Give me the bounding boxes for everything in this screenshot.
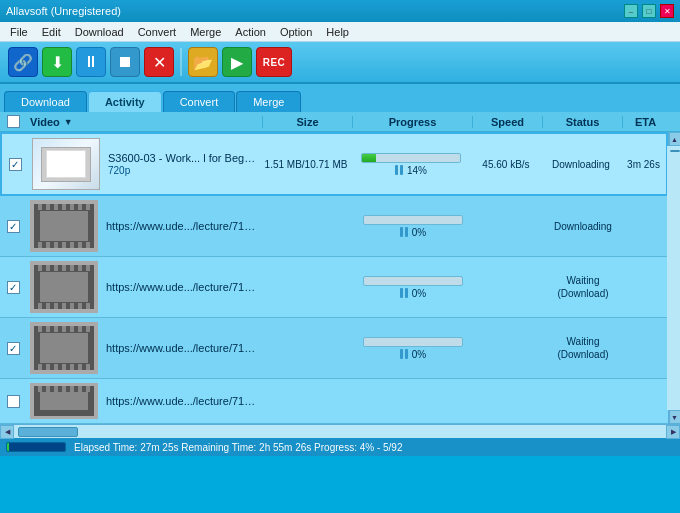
progress-pct-4: 0% — [412, 349, 426, 360]
record-button[interactable]: REC — [256, 47, 292, 77]
menu-file[interactable]: File — [4, 24, 34, 40]
thumbnail-4 — [30, 322, 98, 374]
overall-progress-bar — [6, 442, 66, 452]
download-info-4: https://www.ude.../lecture/712386 — [102, 338, 263, 358]
download-info-3: https://www.ude.../lecture/712384 — [102, 277, 263, 297]
menu-convert[interactable]: Convert — [132, 24, 183, 40]
pause-icon-4 — [400, 349, 408, 359]
status-bar: Elapsed Time: 27m 25s Remaining Time: 2h… — [0, 438, 680, 456]
minimize-button[interactable]: – — [624, 4, 638, 18]
row-checkbox-2[interactable] — [7, 220, 20, 233]
table-row: S3600-03 - Work... l for Beginners 720p … — [0, 132, 668, 196]
film-strip-3 — [34, 265, 94, 309]
stop-button[interactable]: ⏹ — [110, 47, 140, 77]
toolbar: 🔗 ⬇ ⏸ ⏹ ✕ 📂 ▶ REC — [0, 42, 680, 84]
col-eta: ETA — [623, 116, 668, 128]
download-quality-1: 720p — [108, 165, 257, 176]
download-progress-3: 0% — [353, 276, 473, 299]
col-size: Size — [263, 116, 353, 128]
download-title-2: https://www.ude.../lecture/712374 — [106, 220, 259, 232]
menu-merge[interactable]: Merge — [184, 24, 227, 40]
thumbnail-1 — [32, 138, 100, 190]
row-check[interactable] — [0, 281, 26, 294]
download-info-5: https://www.ude.../lecture/712402 — [102, 391, 263, 411]
table-row: https://www.ude.../lecture/712402 — [0, 379, 668, 424]
status-text: Elapsed Time: 27m 25s Remaining Time: 2h… — [74, 442, 674, 453]
h-scroll-track — [14, 423, 666, 441]
folder-button[interactable]: 📂 — [188, 47, 218, 77]
pause-icon-1 — [395, 165, 403, 175]
tab-convert[interactable]: Convert — [163, 91, 236, 112]
menu-option[interactable]: Option — [274, 24, 318, 40]
progress-pct-1: 14% — [407, 165, 427, 176]
row-check[interactable] — [0, 395, 26, 408]
row-checkbox-4[interactable] — [7, 342, 20, 355]
progress-bar-bg-4 — [363, 337, 463, 347]
select-all-checkbox[interactable] — [7, 115, 20, 128]
download-info-1: S3600-03 - Work... l for Beginners 720p — [104, 148, 261, 180]
scroll-up-button[interactable]: ▲ — [669, 132, 681, 146]
pause-button[interactable]: ⏸ — [76, 47, 106, 77]
list-container: S3600-03 - Work... l for Beginners 720p … — [0, 132, 680, 424]
menu-help[interactable]: Help — [320, 24, 355, 40]
progress-bar-fill-1 — [362, 154, 376, 162]
film-strip-4 — [34, 326, 94, 370]
vertical-scrollbar[interactable]: ▲ ▼ — [668, 132, 680, 424]
table-row: https://www.ude.../lecture/712386 0% Wai… — [0, 318, 668, 379]
progress-pct-3: 0% — [412, 288, 426, 299]
menu-download[interactable]: Download — [69, 24, 130, 40]
tab-merge[interactable]: Merge — [236, 91, 301, 112]
scroll-right-button[interactable]: ▶ — [666, 425, 680, 439]
download-list[interactable]: S3600-03 - Work... l for Beginners 720p … — [0, 132, 668, 424]
progress-bar-bg-3 — [363, 276, 463, 286]
h-scroll-thumb[interactable] — [18, 427, 78, 437]
link-button[interactable]: 🔗 — [8, 47, 38, 77]
toolbar-separator — [180, 48, 182, 76]
download-title-1: S3600-03 - Work... l for Beginners — [108, 152, 257, 164]
download-status-2: Downloading — [543, 221, 623, 232]
col-progress: Progress — [353, 116, 473, 128]
thumbnail-5 — [30, 383, 98, 419]
thumbnail-3 — [30, 261, 98, 313]
progress-pct-2: 0% — [412, 227, 426, 238]
download-size-1: 1.51 MB/10.71 MB — [261, 159, 351, 170]
download-info-2: https://www.ude.../lecture/712374 — [102, 216, 263, 236]
row-checkbox-5[interactable] — [7, 395, 20, 408]
horizontal-scrollbar[interactable]: ◀ ▶ — [0, 424, 680, 438]
row-check[interactable] — [2, 158, 28, 171]
row-check[interactable] — [0, 220, 26, 233]
scroll-left-button[interactable]: ◀ — [0, 425, 14, 439]
download-status-4: Waiting(Download) — [543, 335, 623, 361]
download-status-3: Waiting(Download) — [543, 274, 623, 300]
download-progress-1: 14% — [351, 153, 471, 176]
cancel-button[interactable]: ✕ — [144, 47, 174, 77]
close-button[interactable]: ✕ — [660, 4, 674, 18]
col-status: Status — [543, 116, 623, 128]
overall-progress-fill — [7, 443, 9, 451]
row-checkbox-3[interactable] — [7, 281, 20, 294]
scroll-down-button[interactable]: ▼ — [669, 410, 681, 424]
download-title-3: https://www.ude.../lecture/712384 — [106, 281, 259, 293]
thumbnail-2 — [30, 200, 98, 252]
menu-bar: File Edit Download Convert Merge Action … — [0, 22, 680, 42]
play-button[interactable]: ▶ — [222, 47, 252, 77]
maximize-button[interactable]: □ — [642, 4, 656, 18]
download-speed-1: 45.60 kB/s — [471, 159, 541, 170]
menu-action[interactable]: Action — [229, 24, 272, 40]
download-title-5: https://www.ude.../lecture/712402 — [106, 395, 259, 407]
progress-bar-bg-1 — [361, 153, 461, 163]
table-row: https://www.ude.../lecture/712374 0% Dow… — [0, 196, 668, 257]
row-checkbox-1[interactable] — [9, 158, 22, 171]
window-controls: – □ ✕ — [624, 4, 674, 18]
download-button[interactable]: ⬇ — [42, 47, 72, 77]
tab-activity[interactable]: Activity — [88, 91, 162, 112]
scroll-thumb[interactable] — [670, 150, 680, 152]
progress-bar-bg-2 — [363, 215, 463, 225]
pause-icon-2 — [400, 227, 408, 237]
menu-edit[interactable]: Edit — [36, 24, 67, 40]
row-check[interactable] — [0, 342, 26, 355]
tab-download[interactable]: Download — [4, 91, 87, 112]
download-eta-1: 3m 26s — [621, 159, 666, 170]
download-progress-2: 0% — [353, 215, 473, 238]
header-check — [0, 115, 26, 128]
